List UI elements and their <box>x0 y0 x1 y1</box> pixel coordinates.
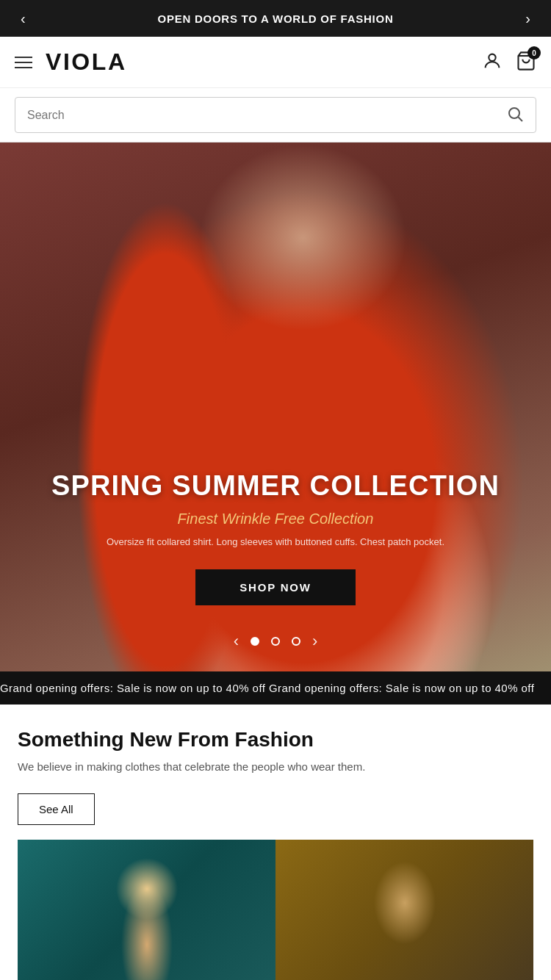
promo-ticker-text: Grand opening offers: Sale is now on up … <box>0 682 534 694</box>
hero-content: SPRING SUMMER COLLECTION Finest Wrinkle … <box>22 471 529 605</box>
search-input[interactable] <box>27 109 506 122</box>
see-all-button[interactable]: See All <box>18 793 95 825</box>
header-left: VIOLA <box>15 48 127 76</box>
slider-dot-3[interactable] <box>292 637 300 646</box>
product-card-2[interactable] <box>276 840 533 981</box>
search-inner <box>15 97 536 133</box>
product-grid <box>18 825 533 981</box>
header-right: 0 <box>482 51 536 73</box>
slider-controls: ‹ › <box>0 632 551 651</box>
svg-line-3 <box>519 118 523 122</box>
svg-point-0 <box>489 54 495 61</box>
cart-button[interactable]: 0 <box>516 51 536 73</box>
product-card-1[interactable] <box>18 840 276 981</box>
hamburger-line-3 <box>15 67 32 68</box>
slider-prev-button[interactable]: ‹ <box>234 632 239 651</box>
slider-dot-1[interactable] <box>251 637 259 646</box>
shop-now-button[interactable]: SHOP NOW <box>195 569 355 605</box>
announcement-bar: ‹ OPEN DOORS TO A WORLD OF FASHION › <box>0 0 551 37</box>
logo: VIOLA <box>46 48 127 76</box>
new-section-title: Something New From Fashion <box>18 728 533 752</box>
slider-dot-2[interactable] <box>271 637 280 646</box>
promo-ticker: Grand opening offers: Sale is now on up … <box>0 671 551 705</box>
new-fashion-section: Something New From Fashion We believe in… <box>0 705 551 980</box>
cart-badge: 0 <box>527 46 541 60</box>
header: VIOLA 0 <box>0 37 551 88</box>
search-icon <box>506 105 524 123</box>
svg-point-2 <box>509 108 519 118</box>
account-icon <box>482 51 503 71</box>
hero-image: SPRING SUMMER COLLECTION Finest Wrinkle … <box>0 143 551 671</box>
announcement-text: OPEN DOORS TO A WORLD OF FASHION <box>32 12 520 25</box>
hamburger-line-1 <box>15 57 32 58</box>
hero-slider: SPRING SUMMER COLLECTION Finest Wrinkle … <box>0 143 551 671</box>
slider-next-button[interactable]: › <box>312 632 317 651</box>
announcement-next-button[interactable]: › <box>519 5 536 32</box>
hero-subtitle: Finest Wrinkle Free Collection <box>51 511 500 527</box>
hamburger-menu-button[interactable] <box>15 57 32 68</box>
announcement-prev-button[interactable]: ‹ <box>15 5 32 32</box>
hero-description: Oversize fit collared shirt. Long sleeve… <box>51 535 500 550</box>
hero-title: SPRING SUMMER COLLECTION <box>51 471 500 502</box>
new-section-description: We believe in making clothes that celebr… <box>18 759 533 776</box>
search-button[interactable] <box>506 105 524 125</box>
product-image-1 <box>96 847 198 981</box>
product-image-2 <box>353 847 456 981</box>
hamburger-line-2 <box>15 62 32 63</box>
account-button[interactable] <box>482 51 503 73</box>
search-bar <box>0 88 551 143</box>
